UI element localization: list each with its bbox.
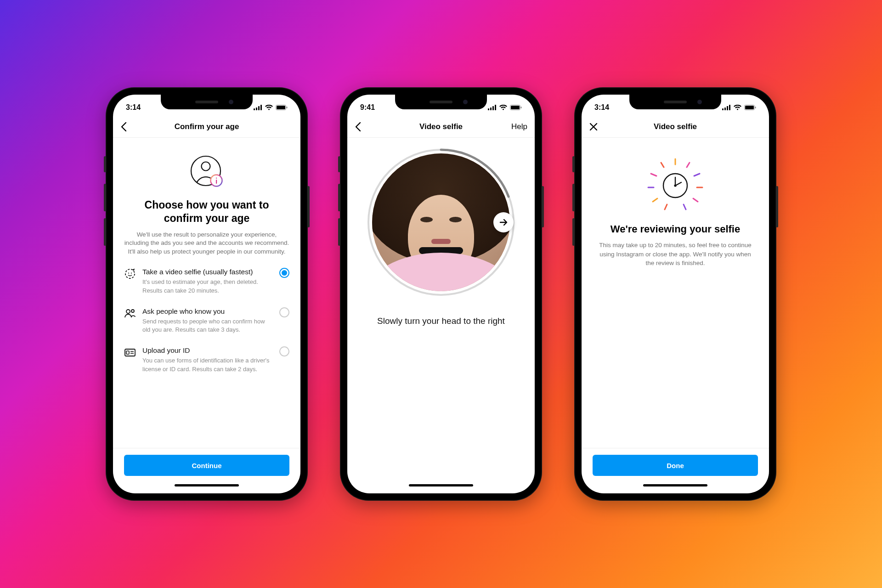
button-label: Done: [667, 462, 684, 469]
screen-3: 3:14 Video selfie: [582, 95, 769, 493]
home-indicator: [113, 480, 300, 493]
back-button[interactable]: [355, 122, 373, 132]
radio-unselected[interactable]: [279, 307, 289, 317]
page-subtext: We'll use the result to personalize your…: [124, 231, 289, 257]
nav-title: Video selfie: [347, 122, 535, 131]
svg-rect-12: [216, 180, 217, 184]
turn-right-indicator: [493, 212, 514, 232]
id-card-icon: [124, 346, 136, 360]
status-indicators: [254, 105, 288, 110]
selfie-preview: [372, 153, 510, 291]
button-label: Continue: [192, 462, 222, 469]
svg-rect-5: [277, 106, 285, 109]
svg-rect-1: [256, 107, 257, 110]
svg-rect-6: [287, 107, 288, 108]
notch: [161, 95, 253, 109]
status-time: 3:14: [594, 103, 609, 112]
phone-mockup-1: 3:14 Confirm your age: [106, 87, 308, 501]
svg-point-15: [131, 273, 132, 274]
svg-line-46: [651, 174, 656, 176]
svg-rect-31: [724, 107, 726, 110]
selfie-scan-icon: [124, 268, 136, 282]
svg-line-39: [694, 174, 700, 176]
option-desc: It's used to estimate your age, then del…: [142, 278, 273, 294]
svg-point-14: [128, 273, 129, 274]
svg-line-38: [687, 163, 690, 167]
instruction-text: Slowly turn your head to the right: [377, 316, 505, 326]
option-upload-id[interactable]: Upload your ID You can use forms of iden…: [124, 346, 289, 373]
close-button[interactable]: [589, 122, 607, 131]
svg-rect-35: [745, 106, 754, 109]
svg-rect-3: [260, 105, 262, 110]
option-desc: You can use forms of identification like…: [142, 356, 273, 373]
cellular-icon: [488, 105, 497, 110]
screen-2: 9:41 Video selfie Help: [347, 95, 535, 493]
nav-title: Confirm your age: [113, 122, 300, 131]
svg-line-41: [693, 198, 698, 202]
help-link[interactable]: Help: [509, 122, 527, 131]
battery-icon: [744, 105, 756, 110]
option-title: Ask people who know you: [142, 307, 273, 316]
svg-rect-0: [254, 108, 255, 110]
home-indicator: [582, 480, 769, 493]
selfie-capture-ring: [372, 153, 510, 291]
svg-rect-19: [126, 351, 129, 354]
svg-line-47: [661, 163, 664, 167]
svg-rect-25: [495, 105, 496, 110]
phone-mockup-2: 9:41 Video selfie Help: [340, 87, 542, 501]
nav-bar: Confirm your age: [113, 116, 300, 138]
option-ask-people[interactable]: Ask people who know you Send requests to…: [124, 307, 289, 334]
radio-selected[interactable]: [279, 268, 289, 278]
battery-icon: [510, 105, 522, 110]
profile-info-icon: [124, 153, 289, 191]
svg-rect-36: [755, 107, 756, 108]
phone-mockup-3: 3:14 Video selfie: [574, 87, 776, 501]
status-time: 3:14: [126, 103, 141, 112]
svg-line-43: [665, 204, 667, 209]
option-desc: Send requests to people who can confirm …: [142, 317, 273, 334]
svg-rect-30: [722, 108, 724, 110]
status-time: 9:41: [360, 103, 375, 112]
option-title: Take a video selfie (usually fastest): [142, 267, 273, 277]
svg-rect-11: [216, 178, 217, 179]
cellular-icon: [254, 105, 262, 110]
svg-rect-32: [727, 106, 728, 110]
continue-button[interactable]: Continue: [124, 455, 289, 476]
svg-rect-2: [258, 106, 260, 110]
chevron-left-icon: [120, 122, 127, 132]
svg-point-17: [131, 310, 134, 312]
option-video-selfie[interactable]: Take a video selfie (usually fastest) It…: [124, 267, 289, 295]
screen-1: 3:14 Confirm your age: [113, 95, 300, 493]
done-button[interactable]: Done: [593, 455, 758, 476]
status-indicators: [488, 105, 522, 110]
svg-line-42: [684, 204, 686, 209]
radio-unselected[interactable]: [279, 346, 289, 356]
back-button[interactable]: [120, 122, 139, 132]
battery-icon: [276, 105, 288, 110]
page-heading: We're reviewing your selfie: [593, 223, 758, 235]
svg-rect-27: [511, 106, 520, 109]
svg-rect-28: [521, 107, 522, 108]
wifi-icon: [499, 105, 507, 110]
svg-rect-33: [729, 105, 730, 110]
page-subtext: This may take up to 20 minutes, so feel …: [593, 241, 758, 268]
arrow-right-icon: [498, 217, 509, 227]
svg-line-51: [675, 182, 681, 186]
cellular-icon: [722, 105, 731, 110]
option-title: Upload your ID: [142, 346, 273, 355]
wifi-icon: [265, 105, 273, 110]
page-heading: Choose how you want to confirm your age: [124, 198, 289, 225]
people-icon: [124, 307, 136, 321]
home-indicator: [347, 480, 535, 493]
options-list: Take a video selfie (usually fastest) It…: [124, 267, 289, 373]
nav-bar: Video selfie Help: [347, 116, 535, 138]
nav-title: Video selfie: [582, 122, 769, 131]
close-icon: [589, 122, 598, 131]
notch: [395, 95, 487, 109]
svg-rect-23: [490, 107, 492, 110]
status-indicators: [722, 105, 756, 110]
svg-point-16: [126, 310, 130, 313]
clock-burst-icon: [593, 157, 758, 211]
nav-bar: Video selfie: [582, 116, 769, 138]
notch: [629, 95, 721, 109]
